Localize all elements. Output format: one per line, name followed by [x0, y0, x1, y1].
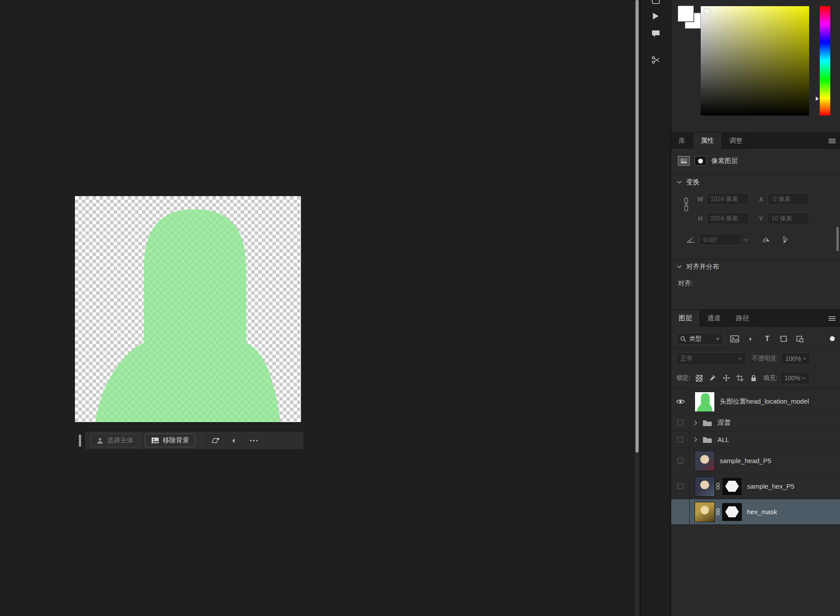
collapse-chevron-icon[interactable] — [694, 420, 697, 425]
fill-select[interactable]: 100% — [781, 372, 810, 384]
flip-horizontal-icon[interactable] — [760, 234, 772, 245]
filter-image-icon[interactable] — [730, 334, 740, 343]
x-field[interactable]: -2 像素 — [767, 193, 810, 205]
height-field[interactable]: 2024 像素 — [706, 212, 749, 224]
canvas-document[interactable] — [75, 196, 301, 422]
eye-icon — [676, 399, 685, 404]
hidden-eye-well — [677, 420, 683, 426]
mask-link-icon[interactable] — [716, 482, 720, 490]
foreground-color-swatch[interactable] — [678, 6, 694, 22]
transform-section-title: 变换 — [686, 178, 699, 186]
opacity-label: 不透明度: — [752, 355, 778, 363]
visibility-toggle[interactable] — [671, 499, 690, 524]
height-label: H — [697, 215, 704, 222]
pixel-layer-thumbnail-icon — [678, 156, 690, 166]
layer-row-sample-head[interactable]: sample_head_P5 — [671, 448, 840, 474]
visibility-toggle[interactable] — [671, 474, 690, 499]
layer-name[interactable]: sample_head_P5 — [720, 457, 771, 464]
layer-row-head-location[interactable]: 头部位置head_location_model — [671, 389, 840, 415]
chevron-down-icon — [677, 181, 682, 184]
align-section-header[interactable]: 对齐并分布 — [671, 259, 840, 274]
tab-adjustments[interactable]: 调整 — [722, 133, 751, 149]
y-field[interactable]: 10 像素 — [767, 212, 810, 224]
properties-scrollbar-thumb[interactable] — [836, 227, 839, 251]
width-field[interactable]: 1024 像素 — [706, 193, 749, 205]
visibility-toggle[interactable] — [671, 431, 690, 448]
opacity-select[interactable]: 100% — [781, 353, 810, 365]
filter-type-icon[interactable]: T — [762, 334, 772, 343]
taskbar-drag-handle[interactable] — [79, 434, 81, 447]
tab-properties[interactable]: 属性 — [693, 133, 722, 149]
play-icon[interactable] — [652, 12, 659, 20]
scrollbar-thumb[interactable] — [636, 0, 639, 453]
layer-name[interactable]: sample_hex_P5 — [747, 482, 795, 490]
tab-channels[interactable]: 通道 — [700, 310, 728, 327]
layer-name[interactable]: ALL — [717, 436, 729, 443]
filter-kind-select[interactable]: 类型 — [676, 333, 723, 345]
hidden-eye-well — [677, 509, 683, 515]
transform-section-header[interactable]: 变换 — [671, 174, 840, 189]
color-picker-marker[interactable] — [704, 8, 710, 14]
filter-smart-object-icon[interactable] — [795, 334, 805, 343]
angle-field[interactable]: 0.00° — [699, 234, 742, 245]
layers-panel-menu-icon[interactable] — [824, 310, 840, 327]
image-icon — [151, 437, 159, 444]
visibility-toggle[interactable] — [671, 389, 690, 414]
tab-layers[interactable]: 图层 — [671, 310, 700, 327]
lock-transparency-icon[interactable] — [695, 374, 703, 382]
remove-background-button[interactable]: 移除背景 — [145, 434, 195, 447]
properties-tab-bar: 库 属性 调整 — [671, 132, 840, 149]
layer-thumbnail[interactable] — [695, 502, 714, 522]
contextual-taskbar: 选择主体 移除背景 ◐ — [85, 431, 304, 450]
collapse-chevron-icon[interactable] — [694, 437, 697, 442]
layer-row-hex-mask[interactable]: hex_mask — [671, 499, 840, 525]
layer-name[interactable]: 头部位置head_location_model — [720, 397, 809, 406]
filter-toggle-dot[interactable] — [830, 336, 835, 341]
lock-pixels-brush-icon[interactable] — [709, 374, 717, 382]
select-subject-label: 选择主体 — [107, 436, 134, 445]
pixel-layer-mask-icon — [695, 156, 706, 166]
tab-libraries[interactable]: 库 — [671, 133, 693, 149]
layer-mask-thumbnail[interactable] — [722, 503, 742, 521]
layer-mask-thumbnail[interactable] — [722, 478, 742, 495]
mask-link-icon[interactable] — [716, 508, 720, 516]
blend-mode-select[interactable]: 正常 — [676, 353, 746, 365]
layer-group-nep[interactable]: 涅普 — [671, 415, 840, 431]
align-label: 对齐: — [671, 278, 840, 289]
lock-position-move-icon[interactable] — [722, 374, 731, 382]
taskbar-divider — [201, 436, 202, 445]
layer-thumbnail[interactable] — [695, 451, 714, 471]
hue-slider[interactable] — [820, 6, 830, 115]
link-dimensions-icon[interactable] — [683, 197, 689, 212]
visibility-toggle[interactable] — [671, 448, 690, 473]
more-options-icon[interactable] — [247, 434, 261, 447]
transform-shape-icon[interactable] — [208, 434, 222, 447]
filter-adjustment-icon[interactable]: ◐ — [746, 334, 756, 343]
saturation-brightness-field[interactable] — [701, 6, 809, 115]
properties-panel-menu-icon[interactable] — [824, 133, 840, 149]
scissors-icon[interactable] — [651, 56, 660, 64]
partial-tool-icon[interactable] — [651, 0, 660, 4]
lock-all-icon[interactable] — [750, 374, 758, 382]
blend-mode-row: 正常 不透明度: 100% — [671, 350, 840, 367]
comment-icon[interactable] — [651, 30, 660, 37]
layer-name[interactable]: hex_mask — [747, 508, 777, 516]
lock-artboard-icon[interactable] — [736, 374, 744, 382]
canvas-vertical-scrollbar[interactable] — [635, 0, 639, 616]
right-panel: 库 属性 调整 像素图层 变换 W — [671, 0, 840, 616]
layer-thumbnail[interactable] — [695, 477, 714, 496]
flip-vertical-icon[interactable] — [780, 234, 791, 245]
adjustment-contrast-icon[interactable]: ◐ — [227, 434, 242, 447]
angle-dropdown-icon[interactable] — [742, 234, 751, 245]
layer-name[interactable]: 涅普 — [717, 419, 731, 427]
color-picker-panel — [671, 0, 840, 132]
select-subject-button[interactable]: 选择主体 — [90, 434, 140, 447]
hue-slider-marker[interactable] — [816, 96, 819, 101]
layer-group-all[interactable]: ALL — [671, 431, 840, 448]
visibility-toggle[interactable] — [671, 415, 690, 431]
filter-shape-icon[interactable] — [779, 334, 788, 343]
layer-row-sample-hex[interactable]: sample_hex_P5 — [671, 474, 840, 499]
layer-thumbnail[interactable] — [695, 392, 714, 412]
tab-paths[interactable]: 路径 — [728, 310, 757, 327]
x-label: X — [758, 196, 765, 203]
